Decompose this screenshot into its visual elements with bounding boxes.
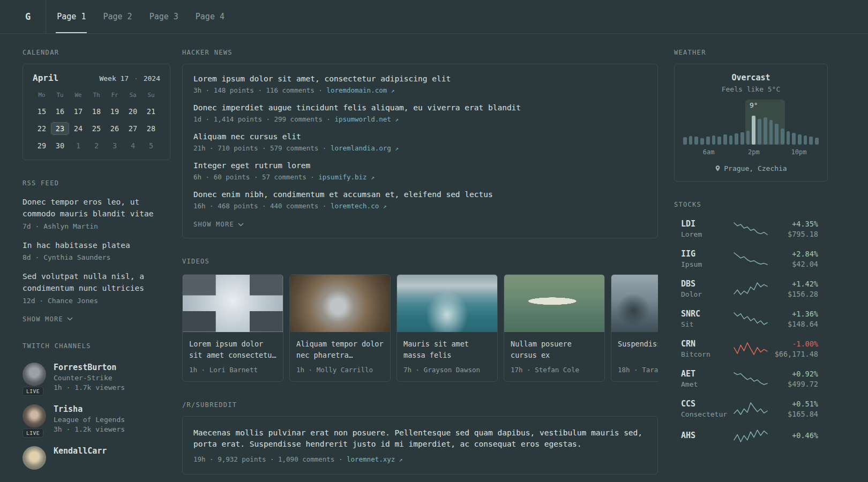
rss-item-title[interactable]: Donec tempor eros leo, ut commodo mauris…	[23, 197, 170, 220]
weekday-label: Mo	[33, 92, 51, 99]
weather-bar	[735, 133, 738, 145]
hn-item-domain-link[interactable]: ipsumworld.net ↗	[334, 115, 399, 123]
header-divider	[46, 0, 46, 33]
weather-bar	[769, 120, 773, 145]
middle-column: HACKER NEWS Lorem ipsum dolor sit amet, …	[182, 34, 658, 475]
subreddit-post-text[interactable]: Maecenas mollis pulvinar erat non posuer…	[193, 427, 647, 450]
hn-item-title[interactable]: Donec enim nibh, condimentum et accumsan…	[193, 190, 647, 199]
time-label: 6am	[703, 148, 715, 156]
stock-row[interactable]: IIG Ipsum +2.84% $42.04	[674, 249, 828, 268]
show-more-label: SHOW MORE	[193, 221, 234, 228]
subreddit-domain-link[interactable]: loremnet.xyz ↗	[347, 455, 402, 463]
weekday-label: Th	[87, 92, 106, 99]
hn-item-title[interactable]: Lorem ipsum dolor sit amet, consectetur …	[193, 74, 647, 83]
hn-item-domain-link[interactable]: loremlandia.org ↗	[331, 144, 399, 152]
hn-item: Donec imperdiet augue tincidunt felis al…	[193, 103, 647, 123]
weather-bar	[689, 136, 693, 145]
calendar-day: 22	[33, 122, 51, 135]
video-card[interactable]: Suspendisse diam 18h · Tara	[611, 274, 658, 382]
weather-bar	[723, 134, 727, 145]
hn-show-more-button[interactable]: SHOW MORE	[193, 221, 244, 228]
stock-values: +1.36% $148.64	[769, 310, 818, 328]
hn-item-domain-link[interactable]: loremtech.co ↗	[331, 202, 386, 210]
hn-item-title[interactable]: Donec imperdiet augue tincidunt felis al…	[193, 103, 647, 112]
video-meta: 7h · Grayson Dawson	[403, 366, 491, 374]
weather-bar	[775, 124, 779, 145]
video-meta: 1h · Lori Barnett	[189, 366, 276, 374]
twitch-channel-game: Counter-Strike	[54, 374, 125, 382]
video-meta: 17h · Stefan Cole	[511, 366, 598, 374]
video-title[interactable]: Nullam posuere cursus ex	[511, 338, 598, 361]
weather-bar	[758, 119, 761, 145]
rss-show-more-button[interactable]: SHOW MORE	[23, 315, 73, 323]
twitch-channel-row[interactable]: LIVE ForrestBurton Counter-Strike 1h · 1…	[23, 363, 170, 391]
hn-item-title[interactable]: Integer eget rutrum lorem	[193, 161, 647, 170]
hn-item-domain-link[interactable]: loremdomain.com ↗	[326, 86, 394, 94]
weather-bar	[815, 138, 819, 145]
stock-row[interactable]: LDI Lorem +4.35% $795.18	[674, 219, 828, 238]
calendar-day: 15	[33, 105, 51, 118]
hn-item-meta-text: 16h · 468 points · 440 comments ·	[193, 202, 331, 210]
stock-symbol: AHS	[681, 431, 732, 440]
video-title[interactable]: Aliquam tempor dolor nec pharetra…	[296, 338, 384, 361]
external-link-icon: ↗	[395, 116, 399, 123]
external-link-icon: ↗	[383, 203, 387, 210]
weather-bar	[683, 137, 687, 145]
video-body: Lorem ipsum dolor sit amet consectetu… 1…	[183, 332, 283, 381]
subreddit-meta-text: 19h · 9,932 points · 1,090 comments ·	[193, 455, 347, 463]
live-badge: LIVE	[23, 387, 43, 396]
app-logo[interactable]: G	[25, 0, 46, 33]
rss-item-meta: 7d · Ashlyn Martin	[23, 222, 170, 230]
rss-item: Sed volutpat nulla nisl, a condimentum n…	[23, 271, 170, 305]
video-title[interactable]: Lorem ipsum dolor sit amet consectetu…	[189, 338, 276, 361]
video-meta: 18h · Tara	[618, 366, 658, 374]
stock-sparkline	[732, 222, 769, 236]
video-card[interactable]: Aliquam tempor dolor nec pharetra… 1h · …	[289, 274, 391, 382]
twitch-channel-row[interactable]: LIVE Trisha League of Legends 3h · 1.2k …	[23, 404, 170, 433]
weather-bar	[729, 135, 733, 145]
hacker-news-widget-title: HACKER NEWS	[182, 49, 658, 56]
weather-bar	[804, 135, 807, 145]
stock-row[interactable]: AET Amet +0.92% $499.72	[674, 369, 828, 388]
twitch-channel-info: Trisha League of Legends 3h · 1.2k viewe…	[54, 404, 125, 433]
weather-bar	[694, 137, 698, 145]
hn-item-meta: 16h · 468 points · 440 comments · loremt…	[193, 202, 647, 210]
tab-page-4[interactable]: Page 4	[194, 0, 226, 33]
tab-page-1[interactable]: Page 1	[56, 0, 87, 33]
video-card[interactable]: Lorem ipsum dolor sit amet consectetu… 1…	[182, 274, 283, 382]
video-card[interactable]: Nullam posuere cursus ex 17h · Stefan Co…	[504, 274, 605, 382]
twitch-channel-name: ForrestBurton	[54, 363, 125, 372]
hn-item: Aliquam nec cursus elit 21h · 710 points…	[193, 132, 647, 152]
twitch-channel-row[interactable]: KendallCarr	[23, 446, 170, 470]
avatar	[23, 363, 46, 386]
stock-row[interactable]: CCS Consectetur +0.51% $165.84	[674, 399, 828, 418]
weather-bar	[792, 133, 796, 145]
time-label: 2pm	[748, 148, 760, 156]
weather-condition: Overcast	[683, 73, 819, 82]
tab-page-2[interactable]: Page 2	[102, 0, 133, 33]
rss-item-title[interactable]: In hac habitasse platea	[23, 240, 170, 252]
calendar-day-next-month: 3	[106, 139, 124, 152]
stock-row[interactable]: DBS Dolor +1.42% $156.28	[674, 279, 828, 298]
twitch-channel-info: ForrestBurton Counter-Strike 1h · 1.7k v…	[54, 363, 125, 391]
stock-row[interactable]: SNRC Sit +1.36% $148.64	[674, 309, 828, 328]
tab-page-3[interactable]: Page 3	[148, 0, 179, 33]
stock-change: +0.51%	[769, 400, 818, 408]
weather-bar	[712, 135, 716, 145]
weather-bar	[746, 131, 750, 145]
video-title[interactable]: Mauris sit amet massa felis	[403, 338, 491, 361]
subreddit-post-meta: 19h · 9,932 points · 1,090 comments · lo…	[193, 455, 647, 463]
video-card[interactable]: Mauris sit amet massa felis 7h · Grayson…	[396, 274, 498, 382]
stock-row[interactable]: AHS +0.46%	[674, 429, 828, 443]
external-link-icon: ↗	[395, 145, 399, 152]
video-title[interactable]: Suspendisse diam	[618, 338, 658, 361]
stock-row[interactable]: CRN Bitcorn -1.00% $66,171.48	[674, 339, 828, 358]
hn-item-title[interactable]: Aliquam nec cursus elit	[193, 132, 647, 141]
stock-symbol: IIG	[681, 249, 732, 259]
calendar-day: 24	[69, 122, 87, 135]
weekday-label: Su	[142, 92, 160, 99]
hn-item-domain-link[interactable]: ipsumify.biz ↗	[318, 173, 374, 181]
videos-carousel[interactable]: Lorem ipsum dolor sit amet consectetu… 1…	[182, 274, 658, 382]
weather-bar	[809, 137, 813, 145]
rss-item-title[interactable]: Sed volutpat nulla nisl, a condimentum n…	[23, 271, 170, 295]
